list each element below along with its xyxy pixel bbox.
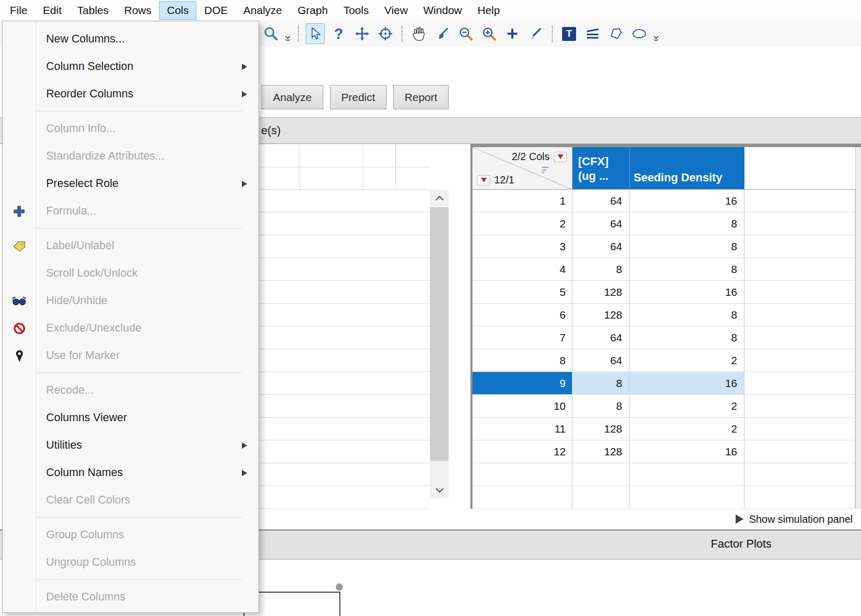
scroll-down-button[interactable] — [430, 481, 449, 498]
cfx-cell[interactable]: 64 — [572, 349, 629, 372]
scroll-up-button[interactable] — [430, 190, 449, 207]
table-row-11[interactable]: 111282 — [472, 418, 855, 440]
annotate-polygon-tool-icon[interactable] — [606, 23, 625, 44]
seeding-density-cell[interactable]: 2 — [629, 395, 744, 418]
column-header-seeding-density[interactable]: Seeding Density — [629, 147, 744, 190]
menubar-item-doe[interactable]: DOE — [196, 1, 236, 20]
row-number-cell[interactable] — [472, 463, 572, 486]
cfx-cell[interactable]: 128 — [572, 440, 629, 463]
table-row-10[interactable]: 1082 — [472, 395, 855, 418]
empty-cell[interactable] — [744, 486, 855, 509]
menubar-item-view[interactable]: View — [377, 1, 415, 20]
empty-cell[interactable] — [744, 212, 855, 235]
scrollbar-thumb[interactable] — [430, 207, 449, 461]
table-row-2[interactable]: 2648 — [472, 212, 855, 235]
seeding-density-cell[interactable]: 8 — [629, 212, 744, 235]
annotate-oval-tool-icon[interactable] — [629, 23, 649, 44]
row-number-cell[interactable]: 3 — [472, 235, 572, 258]
cfx-cell[interactable]: 64 — [572, 212, 629, 235]
seeding-density-cell[interactable]: 8 — [629, 235, 744, 258]
menubar-item-edit[interactable]: Edit — [35, 1, 69, 20]
menu-item-column-names[interactable]: Column Names — [3, 459, 259, 486]
cfx-cell[interactable]: 128 — [572, 281, 629, 304]
cfx-cell[interactable] — [572, 463, 629, 486]
menubar-item-cols[interactable]: Cols — [159, 1, 196, 20]
menubar-item-help[interactable]: Help — [470, 1, 508, 20]
seeding-density-cell[interactable]: 8 — [629, 304, 744, 326]
column-header-cfx[interactable]: [CFX] (ug ... — [572, 147, 629, 190]
right-edge-scroll-strip[interactable] — [855, 147, 861, 509]
empty-cell[interactable] — [744, 349, 855, 372]
empty-cell[interactable] — [744, 372, 855, 395]
cfx-cell[interactable]: 64 — [572, 190, 629, 212]
tab-report[interactable]: Report — [393, 85, 449, 109]
cfx-cell[interactable]: 64 — [572, 326, 629, 349]
row-number-cell[interactable]: 2 — [472, 212, 572, 235]
row-number-cell[interactable]: 12 — [472, 440, 572, 463]
empty-cell[interactable] — [744, 281, 855, 304]
row-number-cell[interactable]: 6 — [472, 304, 572, 326]
menu-item-columns-viewer[interactable]: Columns Viewer — [3, 404, 259, 432]
table-row-4[interactable]: 488 — [472, 258, 855, 281]
table-row-6[interactable]: 61288 — [472, 304, 855, 326]
table-row-3[interactable]: 3648 — [472, 235, 855, 258]
menu-item-new-columns[interactable]: New Columns... — [3, 25, 259, 53]
menubar-item-file[interactable]: File — [2, 1, 35, 20]
table-row-9[interactable]: 9816 — [472, 372, 855, 395]
annotate-lines-tool-icon[interactable] — [583, 23, 602, 44]
help-tool-icon[interactable]: ? — [329, 23, 348, 44]
tab-analyze[interactable]: Analyze — [262, 85, 323, 109]
row-number-cell[interactable]: 8 — [472, 349, 572, 372]
cfx-cell[interactable]: 128 — [572, 304, 629, 326]
table-row-empty[interactable] — [472, 486, 855, 509]
empty-cell[interactable] — [744, 304, 855, 326]
cfx-cell[interactable] — [572, 486, 629, 509]
vertical-scrollbar[interactable] — [430, 190, 449, 498]
row-number-cell[interactable]: 10 — [472, 395, 572, 418]
seeding-density-cell[interactable]: 16 — [629, 440, 744, 463]
search-icon[interactable] — [261, 23, 280, 44]
row-number-cell[interactable]: 11 — [472, 418, 572, 440]
arrow-cursor-tool-icon[interactable] — [306, 23, 325, 44]
seeding-density-cell[interactable]: 8 — [629, 326, 744, 349]
empty-cell[interactable] — [744, 418, 855, 440]
cfx-cell[interactable]: 8 — [572, 395, 629, 418]
empty-cell[interactable] — [744, 440, 855, 463]
seeding-density-cell[interactable]: 16 — [629, 372, 744, 395]
rows-red-triangle-menu[interactable] — [477, 175, 490, 185]
empty-cell[interactable] — [744, 190, 855, 212]
seeding-density-cell[interactable]: 16 — [629, 190, 744, 212]
table-row-8[interactable]: 8642 — [472, 349, 855, 372]
tab-predict[interactable]: Predict — [330, 85, 386, 109]
menu-item-preselect-role[interactable]: Preselect Role — [3, 170, 259, 197]
add-tool-icon[interactable] — [503, 23, 522, 44]
pen-tool-icon[interactable] — [526, 23, 545, 44]
row-number-cell[interactable]: 7 — [472, 326, 572, 349]
menubar-item-analyze[interactable]: Analyze — [236, 1, 290, 20]
grabber-hand-tool-icon[interactable] — [409, 23, 428, 44]
table-row-empty[interactable] — [472, 463, 855, 486]
table-row-7[interactable]: 7648 — [472, 326, 855, 349]
menubar-item-tools[interactable]: Tools — [336, 1, 377, 20]
empty-cell[interactable] — [744, 258, 855, 281]
zoom-out-tool-icon[interactable] — [456, 23, 475, 44]
crosshair-tool-icon[interactable] — [376, 23, 395, 44]
selection-move-tool-icon[interactable] — [352, 23, 371, 44]
brush-tool-icon[interactable] — [433, 23, 452, 44]
seeding-density-cell[interactable] — [629, 486, 744, 509]
show-simulation-panel-toggle[interactable]: Show simulation panel — [472, 509, 861, 529]
toolbar-overflow-icon[interactable] — [284, 34, 291, 44]
seeding-density-cell[interactable]: 2 — [629, 349, 744, 372]
menu-item-column-selection[interactable]: Column Selection — [3, 53, 259, 80]
table-row-12[interactable]: 1212816 — [472, 440, 855, 463]
cfx-cell[interactable]: 8 — [572, 372, 629, 395]
menu-item-utilities[interactable]: Utilities — [3, 432, 259, 459]
empty-cell[interactable] — [744, 463, 855, 486]
empty-cell[interactable] — [744, 326, 855, 349]
seeding-density-cell[interactable] — [629, 463, 744, 486]
empty-cell[interactable] — [744, 235, 855, 258]
row-number-cell[interactable] — [472, 486, 572, 509]
seeding-density-cell[interactable]: 2 — [629, 418, 744, 440]
table-row-5[interactable]: 512816 — [472, 281, 855, 304]
empty-cell[interactable] — [744, 395, 855, 418]
